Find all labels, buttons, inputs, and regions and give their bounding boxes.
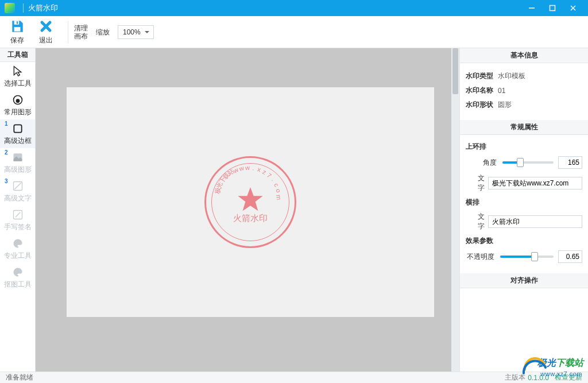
tool-handwrite-sign[interactable]: 手写签名 (0, 206, 35, 234)
svg-rect-6 (17, 21, 18, 24)
zoom-select[interactable]: 100% (118, 25, 154, 39)
horizontal-text-input[interactable] (488, 215, 582, 228)
watermark-type-value: 水印模板 (498, 71, 525, 81)
pen-icon (12, 208, 24, 221)
tool-advanced-shape[interactable]: 2 高级图形 (0, 148, 35, 177)
top-arc-group: 上环排 (466, 142, 582, 152)
toolbox-header: 工具箱 (0, 48, 35, 62)
common-props-header: 常规属性 (460, 120, 588, 135)
close-icon (33, 18, 59, 34)
svg-point-8 (16, 99, 20, 103)
canvas-area[interactable]: 极光下载站www.xz7.com 火箭水印 (36, 48, 459, 372)
svg-rect-5 (14, 27, 21, 32)
star-icon (235, 185, 265, 216)
scrollbar-thumb[interactable] (452, 48, 458, 94)
horizontal-group: 横排 (466, 198, 582, 207)
stamp-horizontal-text: 火箭水印 (204, 213, 296, 224)
zoom-value: 100% (123, 28, 141, 36)
properties-panel: 基本信息 水印类型水印模板 水印名称01 水印形状圆形 常规属性 上环排 角度 … (459, 48, 588, 372)
angle-input[interactable] (558, 156, 582, 169)
opacity-input[interactable] (558, 250, 582, 263)
tool-advanced-border[interactable]: 1 高级边框 (0, 119, 35, 148)
toolbar-separator (68, 21, 68, 44)
opacity-slider[interactable] (500, 251, 554, 262)
save-button[interactable]: 保存 (5, 18, 30, 45)
close-button[interactable] (563, 0, 583, 16)
effect-group: 效果参数 (466, 236, 582, 246)
align-ops-header: 对齐操作 (460, 273, 588, 288)
minimize-button[interactable] (521, 0, 542, 16)
exit-label: 退出 (33, 36, 59, 45)
stamp-preview[interactable]: 极光下载站www.xz7.com 火箭水印 (204, 156, 296, 248)
maximize-button[interactable] (542, 0, 563, 16)
circle-icon (12, 94, 24, 106)
app-logo-icon (5, 3, 15, 13)
app-title: 火箭水印 (28, 3, 58, 13)
tool-select[interactable]: 选择工具 (0, 62, 35, 91)
svg-rect-9 (14, 125, 21, 132)
svg-rect-1 (550, 6, 555, 11)
tool-advanced-text[interactable]: 3 高级文字 (0, 177, 35, 206)
tool-cutout[interactable]: 抠图工具 (0, 263, 35, 292)
square-icon (12, 122, 24, 135)
exit-button[interactable]: 退出 (33, 18, 59, 45)
tool-common-shape[interactable]: 常用图形 (0, 91, 35, 119)
toolbar: 保存 退出 清理 画布 缩放 100% (0, 16, 588, 48)
save-label: 保存 (5, 36, 30, 45)
palette-icon (12, 237, 24, 250)
clear-canvas-button[interactable]: 清理 画布 (74, 24, 88, 40)
titlebar: 火箭水印 (0, 0, 588, 16)
brand-logo: 极光下载站 (537, 357, 583, 369)
top-arc-text-input[interactable] (488, 177, 582, 189)
statusbar: 准备就绪 主版本 0.1.0.0 检查更新 (0, 372, 588, 383)
angle-slider[interactable] (502, 157, 554, 168)
text-icon (12, 180, 24, 192)
palette2-icon (12, 266, 24, 278)
watermark-shape-value: 圆形 (498, 100, 512, 110)
cursor-icon (12, 65, 24, 78)
basic-info-header: 基本信息 (460, 48, 588, 63)
watermark-name-value: 01 (498, 87, 505, 95)
image-icon (12, 151, 24, 164)
brand-url: www.xz7.com (540, 370, 582, 377)
canvas[interactable]: 极光下载站www.xz7.com 火箭水印 (67, 87, 434, 317)
toolbox-sidebar: 工具箱 选择工具 常用图形 1 高级边框 2 高级图形 3 高级文字 手写签名 (0, 48, 36, 372)
save-icon (5, 18, 30, 34)
tool-pro-tools[interactable]: 专业工具 (0, 234, 35, 263)
zoom-label: 缩放 (96, 28, 110, 36)
titlebar-divider (23, 3, 24, 13)
canvas-scrollbar[interactable] (451, 48, 459, 372)
status-ready: 准备就绪 (6, 373, 33, 382)
